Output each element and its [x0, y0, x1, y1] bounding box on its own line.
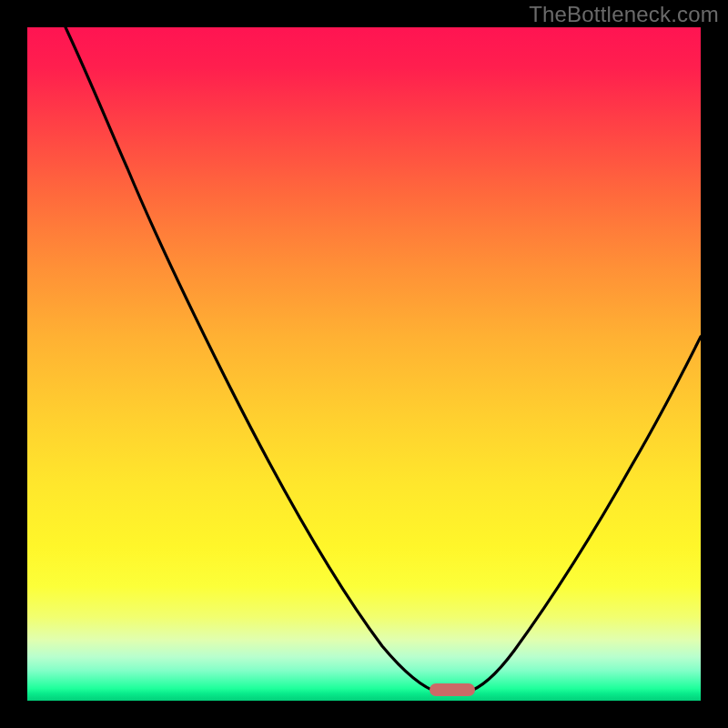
bottleneck-curve	[27, 27, 701, 701]
plot-area	[27, 27, 701, 701]
chart-frame: TheBottleneck.com	[0, 0, 728, 728]
watermark-text: TheBottleneck.com	[529, 2, 719, 27]
curve-path	[66, 27, 701, 693]
optimal-marker	[430, 683, 475, 696]
